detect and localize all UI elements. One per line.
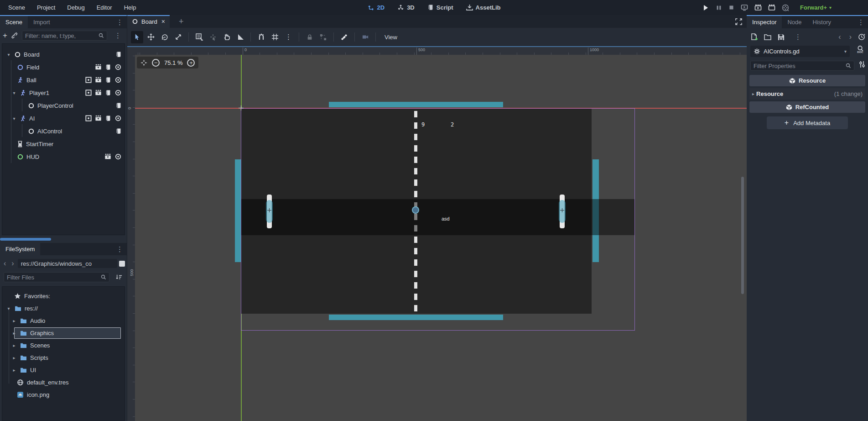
- history-clock-icon[interactable]: [858, 33, 865, 41]
- property-row-resource[interactable]: ▸Resource (1 change): [749, 88, 865, 100]
- vertical-ruler[interactable]: 0 500: [127, 55, 135, 421]
- instanced-scene-icon[interactable]: [104, 153, 111, 160]
- edited-resource-picker[interactable]: AIControls.gd ▾: [750, 46, 850, 57]
- tab-import[interactable]: Import: [28, 16, 56, 28]
- lock-object-button[interactable]: [303, 31, 316, 43]
- scene-node-field[interactable]: Field: [2, 61, 125, 74]
- fs-row-scenes[interactable]: ▸ Scenes: [2, 339, 125, 352]
- menu-help[interactable]: Help: [124, 4, 136, 11]
- scene-node-ai[interactable]: ▾ AI: [2, 112, 125, 125]
- new-resource-icon[interactable]: [750, 33, 758, 41]
- scene-node-board[interactable]: ▾ Board: [2, 48, 125, 61]
- collapse-arrow-icon[interactable]: ▾: [11, 116, 17, 121]
- remote-play-button[interactable]: [741, 4, 748, 11]
- current-path-field[interactable]: res://Graphics/windows_co: [18, 259, 117, 268]
- 2d-canvas[interactable]: 9 2 asd − 75.1 % +: [135, 55, 747, 421]
- scene-filter-input[interactable]: Filter: name, t:type,: [22, 31, 107, 41]
- script-icon[interactable]: [105, 115, 111, 122]
- new-scene-tab-button[interactable]: +: [175, 15, 187, 28]
- toggle-split-mode-button[interactable]: [119, 261, 125, 267]
- switch-assetlib-button[interactable]: AssetLib: [466, 4, 501, 11]
- open-docs-button[interactable]: DOC: [855, 45, 866, 58]
- menu-debug[interactable]: Debug: [67, 4, 84, 11]
- expand-arrow-icon[interactable]: ▸: [11, 355, 17, 360]
- view-menu-button[interactable]: View: [380, 34, 402, 41]
- category-resource[interactable]: Resource: [749, 75, 865, 86]
- visibility-eye-icon[interactable]: [114, 89, 122, 96]
- expand-arrow-icon[interactable]: ▸: [11, 331, 17, 336]
- smart-snap-button[interactable]: [255, 31, 267, 43]
- scene-tree-hscrollbar[interactable]: [0, 238, 51, 241]
- group-selected-icon[interactable]: [85, 77, 92, 83]
- menu-project[interactable]: Project: [37, 4, 55, 11]
- skeleton-bone-button[interactable]: [338, 31, 350, 43]
- stop-button[interactable]: [728, 5, 734, 11]
- left-goal[interactable]: [235, 159, 241, 262]
- collapse-arrow-icon[interactable]: ▾: [11, 90, 17, 95]
- move-tool-button[interactable]: [145, 31, 157, 43]
- history-back-icon[interactable]: ‹: [2, 259, 8, 268]
- scene-tab-board[interactable]: Board ×: [127, 15, 170, 28]
- script-icon[interactable]: [105, 77, 111, 84]
- load-resource-icon[interactable]: [764, 34, 771, 40]
- zoom-out-button[interactable]: −: [152, 59, 160, 67]
- zoom-percent[interactable]: 75.1 %: [164, 59, 182, 66]
- expand-viewport-icon[interactable]: [735, 15, 742, 28]
- ruler-tool-button[interactable]: [234, 31, 246, 43]
- expand-arrow-icon[interactable]: ▸: [11, 368, 17, 373]
- play-button[interactable]: [702, 4, 709, 11]
- switch-2d-button[interactable]: 2D: [368, 4, 385, 11]
- tab-node[interactable]: Node: [782, 16, 807, 28]
- scene-node-player1[interactable]: ▾ Player1: [2, 86, 125, 99]
- save-resource-icon[interactable]: [778, 34, 785, 41]
- horizontal-ruler[interactable]: 0 500 1000: [127, 47, 747, 55]
- pan-tool-button[interactable]: [220, 31, 233, 43]
- instance-scene-button[interactable]: [11, 32, 18, 39]
- visibility-eye-icon[interactable]: [114, 153, 122, 160]
- pause-button[interactable]: [716, 5, 722, 11]
- back-object-icon[interactable]: ‹: [837, 33, 842, 41]
- tab-inspector[interactable]: Inspector: [747, 16, 782, 28]
- collapse-arrow-icon[interactable]: ▾: [6, 306, 11, 311]
- group-selected-icon[interactable]: [85, 89, 92, 96]
- expand-arrow-icon[interactable]: ▸: [11, 318, 17, 323]
- close-tab-icon[interactable]: ×: [161, 18, 165, 25]
- fs-row-icon-png[interactable]: icon.png: [2, 389, 125, 401]
- add-node-button[interactable]: +: [3, 31, 7, 40]
- movie-maker-button[interactable]: [782, 4, 789, 11]
- menu-scene[interactable]: Scene: [8, 4, 25, 11]
- zoom-in-button[interactable]: +: [187, 59, 195, 67]
- tab-scene[interactable]: Scene: [0, 16, 28, 28]
- fs-row-favorites[interactable]: Favorites:: [2, 290, 125, 302]
- top-wall[interactable]: [329, 102, 503, 107]
- scene-node-playercontrol[interactable]: PlayerControl: [2, 99, 125, 112]
- group-selected-icon[interactable]: [85, 115, 92, 121]
- script-icon[interactable]: [115, 51, 122, 58]
- dock-menu-icon[interactable]: ⋮: [854, 16, 868, 28]
- rotate-tool-button[interactable]: [158, 31, 171, 43]
- scale-tool-button[interactable]: [172, 31, 184, 43]
- scene-tree-menu-icon[interactable]: ⋮: [111, 32, 125, 40]
- visibility-eye-icon[interactable]: [114, 64, 122, 70]
- history-forward-icon[interactable]: ›: [10, 259, 16, 268]
- fs-row-graphics[interactable]: ▸ Graphics: [2, 327, 125, 339]
- add-metadata-button[interactable]: + Add Metadata: [767, 116, 848, 129]
- script-icon[interactable]: [115, 102, 122, 109]
- file-sort-button[interactable]: [114, 272, 124, 282]
- scene-node-aicontrol[interactable]: AIControl: [2, 125, 125, 137]
- fs-row-default-env[interactable]: default_env.tres: [2, 376, 125, 389]
- fs-row-res[interactable]: ▾ res://: [2, 302, 125, 315]
- resource-options-icon[interactable]: ⋮: [791, 33, 805, 41]
- instanced-scene-icon[interactable]: [95, 77, 102, 83]
- visibility-eye-icon[interactable]: [114, 77, 122, 83]
- collapse-arrow-icon[interactable]: ▾: [6, 52, 11, 57]
- camera-override-button[interactable]: [359, 31, 371, 43]
- tab-history[interactable]: History: [807, 16, 837, 28]
- fs-row-scripts[interactable]: ▸ Scripts: [2, 352, 125, 364]
- inspector-filter-input[interactable]: Filter Properties: [750, 61, 854, 71]
- canvas-vscrollbar[interactable]: [741, 177, 744, 294]
- filesystem-filter-input[interactable]: Filter Files: [4, 272, 109, 282]
- visibility-eye-icon[interactable]: [114, 115, 122, 121]
- category-refcounted[interactable]: RefCounted: [749, 101, 865, 113]
- fs-row-audio[interactable]: ▸ Audio: [2, 315, 125, 327]
